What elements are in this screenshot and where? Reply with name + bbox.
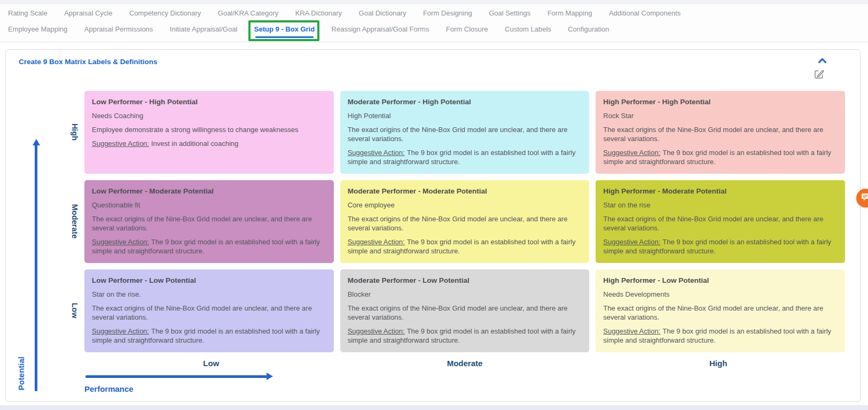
cell-subtitle: High Potential (348, 111, 585, 120)
matrix-cell-low-performer-moderate-potential: Low Performer - Moderate Potential Quest… (84, 180, 334, 263)
tab-employee-mapping[interactable]: Employee Mapping (8, 25, 67, 34)
suggestive-action-label: Suggestive Action: (92, 327, 149, 335)
matrix-cell-moderate-performer-high-potential: Moderate Performer - High Potential High… (340, 91, 590, 174)
cell-subtitle: Star on the rise. (92, 290, 330, 299)
top-navigation: Rating Scale Appraisal Cycle Competency … (0, 0, 868, 42)
cell-suggestive-action: Suggestive Action:The 9 box grid model i… (348, 327, 585, 345)
tab-initiate-appraisal-goal[interactable]: Initiate Appraisal/Goal (170, 25, 237, 34)
cell-title: Low Performer - Low Potential (92, 276, 330, 285)
matrix-cell-high-performer-high-potential: High Performer - High Potential Rock Sta… (596, 91, 845, 174)
x-axis-label-high: High (591, 359, 845, 368)
tab-rating-scale[interactable]: Rating Scale (8, 9, 48, 18)
matrix-cell-low-performer-low-potential: Low Performer - Low Potential Star on th… (84, 269, 334, 352)
matrix-cell-low-performer-high-potential: Low Performer - High Potential Needs Coa… (84, 91, 334, 174)
suggestive-action-label: Suggestive Action: (603, 327, 660, 335)
suggestive-action-label: Suggestive Action: (348, 149, 405, 157)
cell-subtitle: Core employee (348, 200, 585, 210)
panel-title: Create 9 Box Matrix Labels & Definitions (19, 58, 158, 66)
suggestive-action-label: Suggestive Action: (92, 238, 149, 246)
cell-title: Moderate Performer - Low Potential (348, 276, 585, 285)
cell-suggestive-action: Suggestive Action:The 9 box grid model i… (603, 148, 841, 166)
suggestive-action-label: Suggestive Action: (603, 238, 660, 246)
matrix-cell-moderate-performer-low-potential: Moderate Performer - Low Potential Block… (340, 269, 590, 352)
active-tab-underline (255, 36, 314, 38)
y-axis-label-moderate: Moderate (71, 204, 79, 238)
cell-suggestive-action: Suggestive Action:The 9 box grid model i… (92, 237, 330, 256)
cell-subtitle: Star on the rise (603, 200, 841, 210)
tab-row-2: Employee Mapping Appraisal Permissions I… (8, 22, 868, 42)
tab-goal-kra-category[interactable]: Goal/KRA Category (218, 9, 278, 18)
cell-suggestive-action: Suggestive Action:The 9 box grid model i… (92, 327, 330, 345)
x-axis-title: Performance (84, 384, 845, 393)
cell-suggestive-action: Suggestive Action:The 9 box grid model i… (348, 237, 585, 256)
suggestive-action-text: Invest in additional coaching (151, 140, 238, 148)
nine-box-panel: Create 9 Box Matrix Labels & Definitions… (5, 49, 861, 402)
cell-title: Low Performer - High Potential (92, 97, 330, 106)
collapse-button[interactable] (818, 56, 827, 66)
cell-description: The exact origins of the Nine-Box Grid m… (348, 125, 585, 143)
cell-description: The exact origins of the Nine-Box Grid m… (92, 304, 330, 322)
matrix-grid: Low Performer - High Potential Needs Coa… (84, 91, 845, 352)
matrix-grid-area: Low Performer - High Potential Needs Coa… (84, 91, 845, 393)
cell-title: High Performer - Moderate Potential (603, 187, 841, 196)
y-axis-title: Potential (17, 357, 26, 390)
tab-custom-labels[interactable]: Custom Labels (505, 25, 551, 34)
y-axis-label-high: High (71, 123, 79, 141)
tab-goal-dictionary[interactable]: Goal Dictionary (359, 9, 406, 18)
tab-appraisal-cycle[interactable]: Appraisal Cycle (64, 9, 112, 18)
y-axis-label-low: Low (71, 303, 79, 319)
nine-box-matrix: Potential High Moderate Low Low Performe… (6, 91, 860, 393)
bottom-scrollbar-track[interactable] (0, 405, 868, 410)
tab-appraisal-permissions[interactable]: Appraisal Permissions (84, 25, 153, 34)
cell-subtitle: Needs Coaching (92, 111, 330, 120)
cell-subtitle: Questionable fit (92, 200, 330, 210)
suggestive-action-label: Suggestive Action: (348, 327, 405, 335)
suggestive-action-label: Suggestive Action: (348, 238, 405, 246)
tab-setup-9-box-grid[interactable]: Setup 9 - Box Grid (254, 25, 315, 34)
y-axis-arrow (35, 144, 37, 391)
tab-row-1: Rating Scale Appraisal Cycle Competency … (8, 4, 868, 22)
cell-title: Moderate Performer - Moderate Potential (348, 187, 585, 196)
tab-goal-settings[interactable]: Goal Settings (489, 9, 530, 18)
matrix-cell-high-performer-moderate-potential: High Performer - Moderate Potential Star… (596, 180, 845, 263)
cell-title: Low Performer - Moderate Potential (92, 187, 330, 196)
x-axis-label-moderate: Moderate (338, 359, 592, 368)
cell-suggestive-action: Suggestive Action:The 9 box grid model i… (603, 327, 841, 345)
chevron-up-icon (818, 56, 827, 65)
chat-feedback-icon (861, 192, 868, 204)
x-axis-labels: Low Moderate High (84, 359, 845, 368)
tab-configuration[interactable]: Configuration (568, 25, 609, 34)
panel-header: Create 9 Box Matrix Labels & Definitions (6, 50, 860, 82)
cell-subtitle: Needs Developments (603, 290, 841, 299)
y-axis: Potential High Moderate Low (13, 91, 84, 393)
cell-description: Employee demonstrate a strong willingnes… (92, 125, 330, 134)
matrix-cell-high-performer-low-potential: High Performer - Low Potential Needs Dev… (596, 269, 845, 352)
cell-description: The exact origins of the Nine-Box Grid m… (603, 304, 841, 322)
cell-suggestive-action: Suggestive Action:The 9 box grid model i… (603, 237, 841, 256)
cell-description: The exact origins of the Nine-Box Grid m… (603, 125, 841, 143)
tab-kra-dictionary[interactable]: KRA Dictionary (295, 9, 342, 18)
cell-subtitle: Rock Star (603, 111, 841, 120)
active-tab-label: Setup 9 - Box Grid (254, 25, 315, 33)
cell-title: High Performer - High Potential (603, 97, 841, 106)
tab-additional-components[interactable]: Additional Components (609, 9, 681, 18)
tab-form-mapping[interactable]: Form Mapping (548, 9, 592, 18)
cell-title: High Performer - Low Potential (603, 276, 841, 285)
cell-suggestive-action: Suggestive Action:The 9 box grid model i… (348, 148, 585, 166)
matrix-cell-moderate-performer-moderate-potential: Moderate Performer - Moderate Potential … (340, 180, 590, 263)
cell-description: The exact origins of the Nine-Box Grid m… (348, 304, 585, 322)
suggestive-action-label: Suggestive Action: (92, 140, 149, 148)
cell-title: Moderate Performer - High Potential (348, 97, 585, 106)
tab-competency-dictionary[interactable]: Competency Dictionary (129, 9, 201, 18)
x-axis-label-low: Low (84, 359, 338, 368)
suggestive-action-label: Suggestive Action: (603, 149, 660, 157)
edit-matrix-button[interactable] (814, 69, 824, 81)
tab-form-closure[interactable]: Form Closure (446, 25, 488, 34)
edit-pencil-icon (814, 72, 824, 81)
cell-description: The exact origins of the Nine-Box Grid m… (92, 214, 330, 233)
cell-description: The exact origins of the Nine-Box Grid m… (603, 214, 841, 233)
tab-reassign-appraisal-goal-forms[interactable]: Reassign Appraisal/Goal Forms (332, 25, 429, 34)
cell-suggestive-action: Suggestive Action:Invest in additional c… (92, 139, 330, 148)
cell-subtitle: Blocker (348, 290, 585, 299)
tab-form-designing[interactable]: Form Designing (423, 9, 472, 18)
